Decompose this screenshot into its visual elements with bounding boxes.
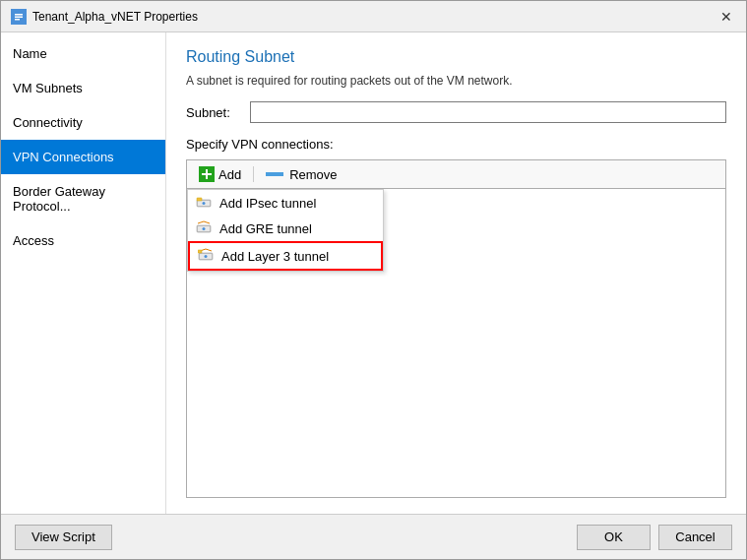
svg-rect-1 [15, 14, 23, 16]
ipsec-icon [196, 195, 212, 211]
sidebar-item-access[interactable]: Access [1, 223, 165, 258]
gre-label: Add GRE tunnel [219, 221, 312, 236]
sidebar-item-border-gateway[interactable]: Border Gateway Protocol... [1, 174, 165, 223]
view-script-button[interactable]: View Script [15, 525, 112, 550]
subnet-input[interactable] [250, 101, 726, 123]
layer3-label: Add Layer 3 tunnel [221, 249, 329, 264]
dialog-window: Tenant_Alpha_vNET Properties ✕ NameVM Su… [0, 0, 747, 560]
subnet-field-row: Subnet: [186, 101, 726, 123]
sidebar-item-vm-subnets[interactable]: VM Subnets [1, 71, 165, 105]
ok-button[interactable]: OK [577, 525, 651, 550]
svg-point-10 [203, 227, 206, 230]
vpn-list-container: Add IPsec tunnel Add GRE tunnel [186, 188, 726, 498]
add-button[interactable]: Add [193, 164, 247, 184]
remove-button[interactable]: Remove [260, 165, 342, 184]
svg-rect-14 [198, 250, 202, 253]
add-gre-item[interactable]: Add GRE tunnel [188, 216, 383, 241]
add-label: Add [218, 167, 241, 182]
dialog-footer: View Script OK Cancel [1, 514, 746, 559]
cancel-button[interactable]: Cancel [658, 525, 732, 550]
gre-icon [196, 220, 212, 236]
toolbar-separator [253, 166, 254, 182]
remove-icon [266, 172, 283, 176]
main-content: Routing Subnet A subnet is required for … [166, 32, 746, 514]
add-icon [199, 166, 215, 182]
section-description: A subnet is required for routing packets… [186, 74, 726, 88]
dialog-body: NameVM SubnetsConnectivityVPN Connection… [1, 32, 746, 514]
vpn-section-label: Specify VPN connections: [186, 137, 726, 152]
footer-right: OK Cancel [577, 525, 732, 550]
svg-rect-7 [197, 198, 202, 201]
svg-point-6 [203, 202, 206, 205]
window-icon [11, 9, 27, 25]
add-ipsec-item[interactable]: Add IPsec tunnel [188, 190, 383, 216]
remove-label: Remove [289, 167, 337, 182]
close-button[interactable]: ✕ [716, 7, 736, 27]
sidebar-item-vpn-connections[interactable]: VPN Connections [1, 140, 165, 174]
svg-rect-2 [15, 16, 23, 18]
layer3-icon [198, 248, 214, 264]
subnet-label: Subnet: [186, 105, 240, 120]
svg-point-13 [205, 255, 208, 258]
title-bar: Tenant_Alpha_vNET Properties ✕ [1, 1, 746, 32]
title-bar-left: Tenant_Alpha_vNET Properties [11, 9, 198, 25]
add-layer3-item[interactable]: Add Layer 3 tunnel [188, 241, 383, 271]
footer-left: View Script [15, 525, 112, 550]
section-title: Routing Subnet [186, 48, 726, 66]
sidebar-item-connectivity[interactable]: Connectivity [1, 105, 165, 140]
ipsec-label: Add IPsec tunnel [219, 196, 316, 211]
sidebar-item-name[interactable]: Name [1, 36, 165, 71]
sidebar: NameVM SubnetsConnectivityVPN Connection… [1, 32, 166, 514]
vpn-toolbar: Add Remove [186, 159, 726, 188]
window-title: Tenant_Alpha_vNET Properties [32, 10, 198, 24]
svg-rect-3 [15, 19, 20, 21]
vpn-dropdown: Add IPsec tunnel Add GRE tunnel [187, 189, 384, 272]
